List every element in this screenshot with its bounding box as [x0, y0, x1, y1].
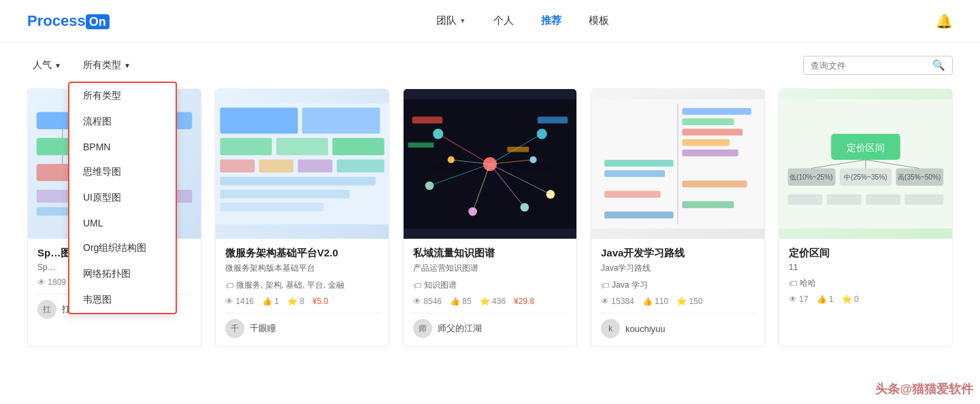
author-name: 师父的江湖 — [438, 322, 482, 335]
card-body: 定价区间 11 🏷 哈哈 👁 17 👍 1 ⭐ 0 — [779, 239, 952, 319]
svg-rect-51 — [682, 129, 742, 135]
card-stats: 👁 1416 👍 1 ⭐ 8 ¥5.0 — [225, 297, 379, 306]
dropdown-item[interactable]: 韦恩图 — [69, 287, 176, 313]
search-input[interactable] — [811, 61, 932, 71]
like-count: 👍 1 — [817, 294, 834, 304]
author-avatar: 扛 — [37, 300, 56, 319]
svg-rect-75 — [904, 194, 943, 204]
card-tags: 🏷 知识图谱 — [413, 280, 567, 291]
tag-text: 哈哈 — [800, 277, 816, 289]
bell-icon[interactable]: 🔔 — [936, 13, 953, 29]
logo-text: ProcessOn — [27, 12, 110, 30]
svg-rect-15 — [220, 138, 272, 155]
svg-point-31 — [468, 207, 477, 216]
svg-rect-52 — [682, 139, 730, 146]
svg-rect-72 — [788, 194, 823, 204]
svg-rect-55 — [604, 170, 665, 177]
dropdown-item[interactable]: UI原型图 — [69, 185, 176, 211]
card-thumbnail — [216, 89, 389, 239]
tag-text: Java 学习 — [612, 280, 648, 291]
svg-rect-49 — [682, 107, 751, 114]
svg-rect-43 — [412, 116, 442, 123]
view-count: 👁 1809 — [37, 277, 66, 287]
card-title: 私域流量知识图谱 — [413, 247, 567, 260]
card-tags: 🏷 哈哈 — [789, 277, 943, 289]
card-3[interactable]: 私域流量知识图谱 产品运营知识图谱 🏷 知识图谱 👁 8546 👍 85 ⭐ 4… — [403, 88, 577, 347]
filter-bar: 人气 ▼ 所有类型 ▼ 🔍 — [27, 56, 953, 75]
card-5[interactable]: 定价区间 低(10%~25%) 中(25%~35%) 高(35%~50%) 定价… — [779, 88, 953, 347]
nav-chevron-icon: ▼ — [459, 17, 466, 24]
svg-rect-44 — [538, 116, 568, 123]
svg-point-30 — [546, 190, 555, 199]
nav-item-推荐[interactable]: 推荐 — [541, 14, 561, 27]
card-stats: 👁 8546 👍 85 ⭐ 436 ¥29.8 — [413, 297, 567, 306]
svg-rect-59 — [604, 212, 674, 218]
search-icon[interactable]: 🔍 — [932, 59, 945, 71]
card-body: Java开发学习路线 Java学习路线 🏷 Java 学习 👁 15384 👍 … — [591, 239, 764, 346]
popularity-label: 人气 — [33, 59, 52, 71]
card-tags: 🏷 微服务, 架构, 基础, 平台, 金融 — [225, 280, 379, 291]
search-box: 🔍 — [803, 56, 953, 75]
svg-point-28 — [537, 129, 547, 139]
nav-item-个人[interactable]: 个人 — [493, 14, 514, 27]
dropdown-item[interactable]: 思维导图 — [69, 159, 176, 185]
svg-point-32 — [520, 203, 529, 212]
card-2[interactable]: 微服务架构基础平台V2.0 微服务架构版本基础平台 🏷 微服务, 架构, 基础,… — [215, 88, 389, 347]
author-avatar: 千 — [225, 319, 244, 338]
svg-rect-24 — [220, 203, 323, 212]
svg-rect-18 — [220, 160, 255, 173]
card-stats: 👁 15384 👍 110 ⭐ 150 — [601, 297, 755, 306]
dropdown-item[interactable]: Org组织结构图 — [69, 235, 176, 261]
main-content: 人气 ▼ 所有类型 ▼ 🔍 所有类型流程图BPMN思维导图UI原型图UMLOrg… — [0, 42, 980, 360]
view-count: 👁 8546 — [413, 297, 442, 306]
card-subtitle: 微服务架构版本基础平台 — [225, 263, 379, 274]
card-stats: 👁 17 👍 1 ⭐ 0 — [789, 294, 943, 304]
author-name: 千眼瞳 — [250, 322, 276, 335]
svg-rect-14 — [302, 107, 380, 133]
nav-item-模板[interactable]: 模板 — [589, 14, 609, 27]
dropdown-item[interactable]: 流程图 — [69, 109, 176, 135]
svg-rect-21 — [337, 160, 385, 173]
like-count: 👍 110 — [642, 297, 668, 306]
logo-on: On — [86, 14, 110, 29]
card-body: 微服务架构基础平台V2.0 微服务架构版本基础平台 🏷 微服务, 架构, 基础,… — [216, 239, 389, 346]
dropdown-item[interactable]: BPMN — [69, 135, 176, 159]
logo[interactable]: ProcessOn — [27, 12, 110, 30]
card-tags: 🏷 Java 学习 — [601, 280, 755, 291]
svg-rect-13 — [220, 107, 297, 133]
tag-icon: 🏷 — [413, 281, 421, 290]
svg-rect-54 — [604, 160, 674, 167]
card-subtitle: Java学习路线 — [601, 263, 755, 274]
star-count: ⭐ 8 — [287, 297, 304, 306]
author-avatar: k — [601, 319, 620, 338]
type-dropdown: 所有类型流程图BPMN思维导图UI原型图UMLOrg组织结构图网络拓扑图韦恩图 — [68, 82, 177, 314]
svg-rect-45 — [408, 142, 434, 148]
view-count: 👁 17 — [789, 294, 808, 304]
card-title: 定价区间 — [789, 247, 943, 260]
svg-text:定价区间: 定价区间 — [847, 142, 885, 153]
card-thumbnail — [591, 89, 764, 239]
dropdown-item[interactable]: 所有类型 — [69, 83, 176, 109]
star-count: ⭐ 150 — [676, 297, 702, 306]
card-4[interactable]: Java开发学习路线 Java学习路线 🏷 Java 学习 👁 15384 👍 … — [591, 88, 765, 347]
type-filter[interactable]: 所有类型 ▼ — [78, 56, 136, 74]
svg-text:低(10%~25%): 低(10%~25%) — [789, 173, 832, 181]
dropdown-item[interactable]: UML — [69, 211, 176, 235]
nav-item-团队[interactable]: 团队▼ — [436, 14, 466, 27]
dropdown-item[interactable]: 网络拓扑图 — [69, 261, 176, 287]
star-count: ⭐ 0 — [842, 294, 859, 304]
svg-rect-74 — [866, 194, 900, 204]
svg-rect-53 — [682, 149, 738, 156]
header-right: 🔔 — [936, 13, 953, 29]
svg-rect-50 — [682, 118, 734, 125]
svg-rect-17 — [332, 138, 384, 155]
logo-process: Process — [27, 12, 86, 29]
header: ProcessOn 团队▼个人推荐模板 🔔 — [0, 0, 980, 42]
card-title: Java开发学习路线 — [601, 247, 755, 260]
svg-point-29 — [425, 181, 434, 190]
svg-rect-22 — [220, 177, 376, 186]
tag-icon: 🏷 — [601, 281, 609, 290]
popularity-filter[interactable]: 人气 ▼ — [27, 56, 67, 74]
card-author: 师 师父的江湖 — [413, 313, 567, 338]
price: ¥5.0 — [312, 297, 328, 306]
